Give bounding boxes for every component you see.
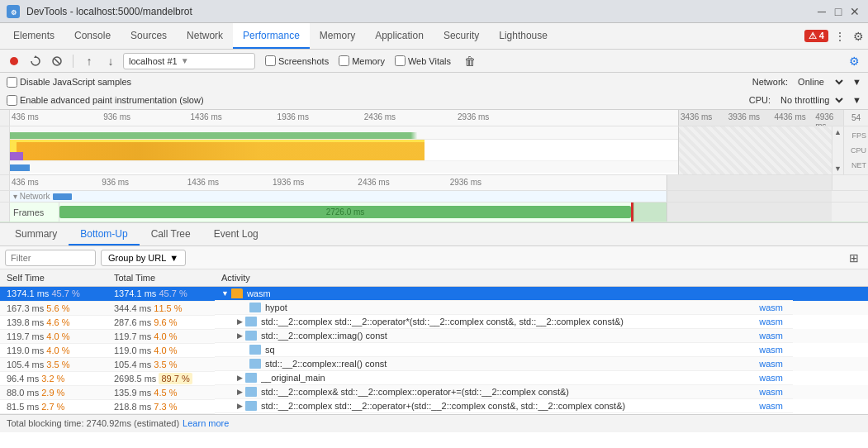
col-self-time[interactable]: Self Time bbox=[0, 269, 107, 287]
wasm-link[interactable]: wasm bbox=[752, 373, 786, 383]
tree-arrow[interactable]: ▼ bbox=[221, 289, 229, 298]
close-button[interactable]: ✕ bbox=[848, 5, 861, 18]
self-time-cell: 167.3 ms 5.6 % bbox=[0, 301, 107, 315]
col-total-time[interactable]: Total Time bbox=[107, 269, 215, 287]
toolbar: ↑ ↓ localhost #1 ▼ Screenshots Memory We… bbox=[0, 50, 868, 73]
disable-js-checkbox[interactable]: Disable JavaScript samples bbox=[7, 77, 131, 88]
wasm-link[interactable]: wasm bbox=[752, 331, 786, 341]
wasm-link[interactable]: wasm bbox=[752, 303, 786, 312]
tab-memory[interactable]: Memory bbox=[310, 23, 365, 49]
performance-table: Self Time Total Time Activity 1374.1 ms … bbox=[0, 269, 868, 414]
ruler-mark-end: 54 bbox=[843, 110, 868, 126]
screenshots-checkbox[interactable]: Screenshots bbox=[265, 55, 329, 66]
activity-text: sq bbox=[265, 345, 750, 355]
table-row[interactable]: 96.4 ms 3.2 %2698.5 ms 89.7 %▶__original… bbox=[0, 371, 868, 385]
file-icon bbox=[249, 359, 261, 369]
activity-text: std::__2::complex::imag() const bbox=[261, 331, 750, 341]
table-row[interactable]: 119.0 ms 4.0 %119.0 ms 4.0 %sqwasm bbox=[0, 343, 868, 357]
activity-cell: hypotwasm bbox=[215, 301, 793, 315]
cpu-track bbox=[10, 140, 678, 161]
activity-text: std::__2::complex std::__2::operator+(st… bbox=[261, 401, 750, 411]
error-badge[interactable]: ⚠ 4 bbox=[804, 30, 828, 42]
wasm-link[interactable]: wasm bbox=[752, 401, 786, 411]
nav-more-btn[interactable]: ⚙ bbox=[851, 30, 865, 43]
minimize-button[interactable]: ─ bbox=[815, 5, 828, 18]
url-dropdown[interactable]: ▼ bbox=[181, 56, 189, 65]
table-row[interactable]: 105.4 ms 3.5 %105.4 ms 3.5 %std::__2::co… bbox=[0, 357, 868, 371]
perf-settings-btn[interactable]: ⚙ bbox=[845, 52, 863, 70]
tree-arrow[interactable]: ▶ bbox=[237, 374, 243, 382]
wasm-link[interactable]: wasm bbox=[752, 317, 786, 326]
tab-lighthouse[interactable]: Lighthouse bbox=[489, 23, 557, 49]
self-time-cell: 119.0 ms 4.0 % bbox=[0, 343, 107, 357]
advanced-paint-checkbox[interactable]: Enable advanced paint instrumentation (s… bbox=[7, 95, 204, 106]
download-btn[interactable]: ↓ bbox=[102, 52, 120, 70]
timeline-right-panel bbox=[678, 126, 843, 174]
wasm-link[interactable]: wasm bbox=[752, 359, 786, 369]
ruler-mark-0: 436 ms bbox=[12, 112, 39, 122]
nav-settings-btn[interactable]: ⋮ bbox=[833, 30, 847, 43]
window-controls: ─ □ ✕ bbox=[815, 5, 861, 18]
maximize-button[interactable]: □ bbox=[832, 5, 845, 18]
total-time-cell: 218.8 ms 7.3 % bbox=[107, 399, 215, 413]
scroll-down-btn[interactable]: ▼ bbox=[832, 163, 843, 174]
url-text: localhost #1 bbox=[129, 56, 178, 66]
net-label: NET bbox=[846, 161, 866, 169]
activity-text: std::__2::complex& std::__2::complex::op… bbox=[261, 387, 750, 397]
upload-btn[interactable]: ↑ bbox=[80, 52, 98, 70]
scroll-controls: ▲ ▼ bbox=[832, 126, 843, 174]
table-row[interactable]: 88.0 ms 2.9 %135.9 ms 4.5 %▶std::__2::co… bbox=[0, 385, 868, 399]
table-row[interactable]: 81.5 ms 2.7 %218.8 ms 7.3 %▶std::__2::co… bbox=[0, 399, 868, 413]
refresh-record-btn[interactable] bbox=[26, 52, 45, 70]
group-by-arrow: ▼ bbox=[169, 253, 178, 263]
tab-performance[interactable]: Performance bbox=[233, 23, 310, 49]
activity-cell: std::__2::complex::real() constwasm bbox=[215, 357, 793, 371]
file-icon bbox=[245, 331, 257, 341]
tree-arrow[interactable]: ▶ bbox=[237, 388, 243, 396]
table-row[interactable]: 167.3 ms 5.6 %344.4 ms 11.5 %hypotwasm bbox=[0, 301, 868, 315]
frame-marker bbox=[631, 203, 633, 222]
tab-bottom-up[interactable]: Bottom-Up bbox=[69, 223, 139, 245]
tab-call-tree[interactable]: Call Tree bbox=[140, 223, 202, 245]
tab-network[interactable]: Network bbox=[177, 23, 233, 49]
self-time-cell: 81.5 ms 2.7 % bbox=[0, 399, 107, 413]
wasm-link[interactable]: wasm bbox=[752, 387, 786, 397]
tab-security[interactable]: Security bbox=[434, 23, 489, 49]
network-throttle-select[interactable]: Online Fast 3G Slow 3G bbox=[794, 76, 846, 88]
wasm-link[interactable]: wasm bbox=[752, 345, 786, 355]
devtools-icon: ⚙ bbox=[7, 5, 20, 18]
table-row[interactable]: 139.8 ms 4.6 %287.6 ms 9.6 %▶std::__2::c… bbox=[0, 315, 868, 329]
clear-recordings-btn[interactable]: 🗑 bbox=[461, 52, 479, 70]
clear-btn[interactable] bbox=[48, 52, 66, 70]
tree-arrow[interactable]: ▶ bbox=[237, 331, 243, 340]
tab-sources[interactable]: Sources bbox=[121, 23, 177, 49]
memory-checkbox[interactable]: Memory bbox=[339, 55, 385, 66]
activity-cell: ▶std::__2::complex std::__2::operator*(s… bbox=[215, 315, 793, 329]
tree-arrow[interactable]: ▶ bbox=[237, 317, 243, 326]
record-btn[interactable] bbox=[5, 52, 23, 70]
tab-console[interactable]: Console bbox=[64, 23, 121, 49]
webvitals-checkbox[interactable]: Web Vitals bbox=[395, 55, 451, 66]
self-time-cell: 88.0 ms 2.9 % bbox=[0, 385, 107, 399]
total-time-cell: 119.7 ms 4.0 % bbox=[107, 329, 215, 343]
group-by-label: Group by URL bbox=[108, 253, 166, 263]
filter-input[interactable] bbox=[5, 250, 96, 266]
scroll-up-btn[interactable]: ▲ bbox=[832, 126, 843, 138]
group-by-url-btn[interactable]: Group by URL ▼ bbox=[101, 250, 186, 266]
table-row[interactable]: 1374.1 ms 45.7 %1374.1 ms 45.7 %▼wasm bbox=[0, 287, 868, 302]
tab-application[interactable]: Application bbox=[365, 23, 434, 49]
main-nav: Elements Console Sources Network Perform… bbox=[0, 23, 868, 50]
cpu-throttle-select[interactable]: No throttling 4x slowdown 6x slowdown bbox=[777, 94, 846, 106]
tab-summary[interactable]: Summary bbox=[3, 223, 69, 245]
tab-event-log[interactable]: Event Log bbox=[202, 223, 270, 245]
tab-elements[interactable]: Elements bbox=[3, 23, 64, 49]
file-icon bbox=[245, 401, 257, 411]
col-activity[interactable]: Activity bbox=[215, 269, 868, 287]
table-row[interactable]: 119.7 ms 4.0 %119.7 ms 4.0 %▶std::__2::c… bbox=[0, 329, 868, 343]
self-time-cell: 1374.1 ms 45.7 % bbox=[0, 287, 107, 302]
filter-row: Group by URL ▼ ⊞ bbox=[0, 246, 868, 269]
learn-more-link[interactable]: Learn more bbox=[183, 418, 229, 428]
tree-arrow[interactable]: ▶ bbox=[237, 402, 243, 410]
filter-expand-btn[interactable]: ⊞ bbox=[845, 249, 863, 267]
network-label: Network: bbox=[752, 77, 788, 87]
